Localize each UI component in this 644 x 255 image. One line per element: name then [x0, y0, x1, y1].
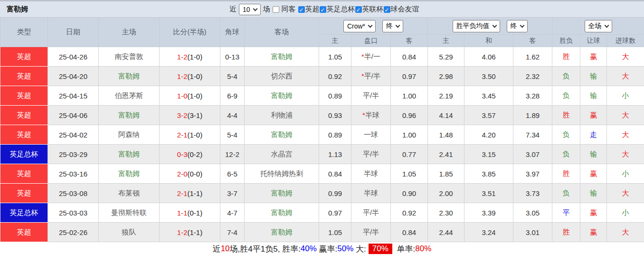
avg-away-odds: 3.73: [513, 184, 552, 203]
match-row: 英超25-04-15伯恩茅斯1-0(1-0)6-9富勒姆0.89平/半1.002…: [0, 86, 644, 106]
away-team: 富勒姆: [245, 203, 319, 223]
result-winloss: 负: [552, 86, 580, 106]
league-checkbox[interactable]: ✓: [384, 6, 390, 13]
league-filter-4: ✓球会友谊: [384, 5, 419, 14]
odds-away: 1.00: [391, 125, 428, 145]
odds-away: 1.00: [391, 86, 428, 106]
match-score: 3-2(3-1): [160, 106, 220, 125]
result-winloss: 平: [552, 203, 580, 223]
corner-count: 6-5: [220, 164, 245, 184]
handicap-line: 平/半: [351, 203, 391, 223]
match-row: 英足总杯25-03-03曼彻斯特联1-1(0-1)4-7富勒姆0.97平/半0.…: [0, 203, 644, 223]
away-team: 富勒姆: [245, 184, 319, 203]
recent-count-select[interactable]: 10: [239, 4, 261, 15]
sub-header-avg-home: 主: [428, 35, 464, 47]
col-header-corner: 角球: [220, 18, 245, 47]
odds-home: 0.89: [319, 86, 351, 106]
bookmaker-select[interactable]: Crow*: [343, 20, 376, 32]
result-winloss: 负: [552, 184, 580, 203]
avg-home-odds: 5.29: [428, 47, 464, 67]
matches-label: 场: [263, 5, 270, 14]
halftime-score: (1-0): [188, 92, 203, 100]
result-winloss: 胜: [552, 106, 580, 125]
league-type-badge: 英足总杯: [0, 145, 48, 164]
summary-text: 40%: [301, 244, 317, 254]
result-handicap: 赢: [580, 164, 607, 184]
table-header: 类型 日期 主场 比分(半场) 角球 客场 Crow* 终: [0, 18, 644, 47]
result-goals: 小: [607, 86, 644, 106]
sub-header-handicap: 盘口: [351, 35, 391, 47]
fulltime-score: 1-2: [177, 228, 188, 236]
league-checkbox[interactable]: ✓: [320, 6, 326, 13]
summary-text: 单率:: [395, 244, 415, 255]
match-row: 英超25-03-08布莱顿2-1(1-1)3-7富勒姆0.99半球0.902.0…: [0, 184, 644, 203]
recent-label: 近: [229, 5, 237, 14]
avg-home-odds: 2.44: [428, 223, 464, 242]
handicap-text: 平/半: [363, 208, 379, 216]
handicap-text: 一球: [364, 130, 378, 138]
avg-away-odds: 3.07: [513, 145, 552, 164]
halftime-score: (1-0): [188, 72, 203, 80]
bookmaker-select-value: Crow*: [347, 22, 365, 30]
halftime-score: (1-0): [188, 53, 203, 61]
match-date: 25-03-16: [48, 164, 99, 184]
avg-away-odds: 3.97: [513, 164, 552, 184]
halftime-score: (0-0): [188, 170, 203, 178]
handicap-line: 一球: [351, 125, 391, 145]
league-checkbox[interactable]: ✓: [355, 6, 362, 13]
avg-odds-select[interactable]: 胜平负均值: [453, 20, 500, 32]
fulltime-select[interactable]: 全场: [585, 20, 612, 32]
avg-home-odds: 1.48: [428, 125, 464, 145]
odds-home: 1.05: [319, 47, 351, 67]
odds-time-select-1[interactable]: 终: [382, 20, 403, 32]
col-header-score: 比分(半场): [160, 18, 220, 47]
handicap-text: 平/半: [363, 91, 379, 99]
result-handicap: 走: [580, 125, 607, 145]
handicap-text: 半球: [365, 111, 379, 119]
result-handicap: 赢: [580, 223, 607, 242]
match-row: 英超25-02-26狼队1-2(1-1)7-4富勒姆1.05平/半0.842.4…: [0, 223, 644, 242]
league-type-badge: 英超: [0, 223, 48, 242]
home-team: 富勒姆: [99, 106, 160, 125]
big-rate-badge: 70%: [369, 244, 392, 254]
same-venue-checkbox[interactable]: [273, 6, 279, 13]
away-team: 富勒姆: [245, 86, 319, 106]
odds-time-select-2[interactable]: 终: [507, 20, 528, 32]
league-checkbox[interactable]: ✓: [298, 6, 305, 13]
match-date: 25-04-15: [48, 86, 99, 106]
result-goals: 大: [607, 184, 644, 203]
filter-bar: 近 10 场 同客 ✓英超✓英足总杯✓英联杯✓球会友谊: [229, 1, 419, 17]
summary-text: 50%: [337, 244, 353, 254]
handicap-text: 平/半: [364, 72, 380, 80]
league-type-badge: 英超: [0, 86, 48, 106]
sub-header-avg-draw: 和: [464, 35, 513, 47]
odds-time-select-2-value: 终: [511, 22, 517, 30]
handicap-line: *平/半: [351, 67, 391, 86]
odds-away: 0.92: [391, 203, 428, 223]
chevron-down-icon: [492, 23, 497, 28]
match-row: 英超25-04-06富勒姆3-2(3-1)4-4利物浦0.93*半球0.964.…: [0, 106, 644, 125]
fulltime-score: 1-2: [177, 72, 188, 80]
match-history-page: 富勒姆 近 10 场 同客 ✓英超✓英足总杯✓英联杯✓球会友谊 类型 日期: [0, 0, 644, 255]
corner-count: 0-13: [220, 47, 245, 67]
result-goals: 大: [607, 106, 644, 125]
fulltime-header-cell: 全场: [552, 18, 644, 35]
halftime-score: (3-1): [188, 111, 203, 119]
avg-home-odds: 4.14: [428, 106, 464, 125]
chevron-down-icon: [604, 23, 609, 28]
corner-count: 4-7: [220, 203, 245, 223]
league-filter-2: ✓英足总杯: [320, 5, 355, 14]
sub-header-winloss: 胜负: [552, 35, 580, 47]
match-date: 25-04-26: [48, 47, 99, 67]
avg-odds-header-cell: 胜平负均值 终: [428, 18, 552, 35]
odds-home: 1.05: [319, 223, 351, 242]
odds-home: 0.93: [319, 106, 351, 125]
avg-home-odds: 2.30: [428, 203, 464, 223]
avg-draw-odds: 3.50: [464, 67, 513, 86]
corner-count: 5-4: [220, 125, 245, 145]
result-goals: 大: [607, 47, 644, 67]
home-team: 狼队: [99, 223, 160, 242]
chevron-down-icon: [253, 6, 257, 11]
bookmaker-header-cell: Crow* 终: [319, 18, 428, 35]
corner-count: 12-2: [220, 145, 245, 164]
